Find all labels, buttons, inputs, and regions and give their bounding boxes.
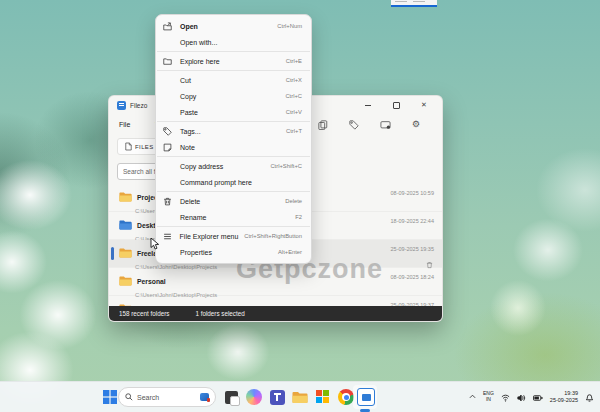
folder-date: 08-09-2025 18:24 [391, 274, 434, 280]
menu-item-label: Explore here [180, 58, 280, 65]
folder-name: Personal [137, 278, 166, 285]
menu-item-rename[interactable]: RenameF2 [156, 209, 311, 225]
hamburger-icon [163, 232, 180, 241]
menu-item-note[interactable]: Note [156, 139, 311, 155]
trash-icon [163, 197, 180, 206]
menu-item-tags[interactable]: Tags...Ctrl+T [156, 123, 311, 139]
yellow-folder-icon [119, 272, 132, 290]
windows-logo-icon [103, 390, 117, 404]
search-icon [125, 393, 133, 401]
copy-page-icon[interactable] [318, 120, 328, 130]
language-indicator[interactable]: ENG IN [483, 391, 494, 403]
menu-item-properties[interactable]: PropertiesAlt+Enter [156, 244, 311, 260]
menu-item-label: Copy [180, 93, 279, 100]
notifications-bell-icon[interactable] [585, 388, 594, 406]
folder-date: 18-09-2025 22:44 [391, 218, 434, 224]
menu-item-paste[interactable]: PasteCtrl+V [156, 104, 311, 120]
tag-icon[interactable] [349, 120, 359, 130]
menu-separator [157, 191, 310, 192]
task-view-icon [225, 391, 238, 404]
minimize-button[interactable] [362, 100, 374, 110]
note-icon [163, 143, 180, 152]
copilot-button[interactable] [244, 387, 264, 407]
open-icon [163, 22, 180, 31]
menu-item-shortcut: Ctrl+E [286, 58, 302, 64]
filezo-app-icon [117, 101, 126, 110]
menu-item-label: Command prompt here [180, 179, 296, 186]
folder-icon [163, 57, 180, 66]
menu-item-explore-here[interactable]: Explore hereCtrl+E [156, 53, 311, 69]
menu-separator [157, 121, 310, 122]
system-tray: ENG IN 1 [469, 382, 600, 412]
menu-item-label: Tags... [180, 128, 280, 135]
menu-item-shortcut: F2 [295, 214, 302, 220]
teams-icon [270, 390, 285, 405]
menu-item-open-with[interactable]: Open with... [156, 34, 311, 50]
filezo-taskbar-button[interactable] [357, 388, 375, 406]
menu-separator [157, 226, 310, 227]
menu-item-open[interactable]: OpenCtrl+Num [156, 18, 311, 34]
settings-gear-icon[interactable]: ⚙ [412, 120, 420, 129]
menu-item-copy-address[interactable]: Copy addressCtrl+Shift+C [156, 158, 311, 174]
menu-item-shortcut: Ctrl+C [285, 93, 302, 99]
taskbar-search[interactable]: Search [118, 387, 216, 407]
menu-item-label: File Explorer menu [180, 233, 239, 240]
folder-icon [292, 391, 308, 404]
speaker-icon[interactable] [517, 388, 526, 406]
status-recent-folders: 158 recent folders [119, 310, 169, 317]
screen-share-icon[interactable] [380, 120, 391, 130]
tab-files-label: FILES [135, 144, 154, 150]
menu-item-shortcut: Ctrl+T [286, 128, 302, 134]
menu-item-label: Copy address [180, 163, 264, 170]
menu-item-shortcut: Ctrl+Shift+C [270, 163, 302, 169]
menu-separator [157, 156, 310, 157]
status-selected: 1 folders selected [195, 310, 244, 317]
tray-date: 25-09-2025 [550, 397, 578, 404]
screen-recorder-toolbar[interactable] [391, 0, 437, 7]
active-app-indicator [360, 409, 370, 412]
tag-icon [163, 127, 180, 136]
context-menu: OpenCtrl+NumOpen with...Explore hereCtrl… [155, 14, 312, 264]
menu-item-shortcut: Ctrl+Shift+RightButton [244, 233, 302, 239]
menu-item-cut[interactable]: CutCtrl+X [156, 72, 311, 88]
chrome-icon [338, 389, 354, 405]
maximize-button[interactable] [390, 100, 402, 110]
menu-item-shortcut: Ctrl+X [286, 77, 302, 83]
tray-clock[interactable]: 19:39 25-09-2025 [550, 390, 578, 403]
wifi-icon[interactable] [501, 388, 510, 406]
microsoft-store-button[interactable] [313, 387, 333, 407]
menu-item-file-explorer-menu[interactable]: File Explorer menuCtrl+Shift+RightButton [156, 228, 311, 244]
yellow-folder-icon [119, 188, 132, 206]
tray-time: 19:39 [564, 390, 578, 397]
menu-item-copy[interactable]: CopyCtrl+C [156, 88, 311, 104]
window-title: Filezo [130, 102, 147, 109]
search-highlight-icon [200, 393, 209, 401]
battery-icon[interactable] [533, 388, 543, 406]
recorder-dash-icon [395, 1, 407, 2]
menu-separator [157, 70, 310, 71]
recorder-dash-icon [413, 1, 425, 2]
menu-item-shortcut: Delete [285, 198, 302, 204]
folder-date: 08-09-2025 10:59 [391, 190, 434, 196]
status-bar: 158 recent folders 1 folders selected [109, 306, 442, 321]
menu-item-label: Cut [180, 77, 280, 84]
menu-item-label: Note [180, 144, 296, 151]
teams-button[interactable] [267, 387, 287, 407]
tray-chevron-up-icon[interactable] [469, 394, 476, 400]
menu-item-delete[interactable]: DeleteDelete [156, 193, 311, 209]
desktop: Filezo ✕ File View [0, 0, 600, 412]
taskbar-search-label: Search [137, 394, 196, 401]
task-view-button[interactable] [221, 387, 241, 407]
taskbar: Search ENG IN [0, 381, 600, 412]
menu-item-command-prompt-here[interactable]: Command prompt here [156, 174, 311, 190]
mouse-cursor [150, 238, 160, 250]
menu-file[interactable]: File [119, 121, 130, 128]
start-button[interactable] [100, 387, 120, 407]
menu-item-label: Properties [180, 249, 272, 256]
close-button[interactable]: ✕ [418, 100, 430, 110]
folder-row-head-office[interactable]: Head Office25-09-2025 19:37 [109, 296, 442, 306]
document-icon [125, 142, 132, 151]
menu-separator [157, 51, 310, 52]
file-explorer-button[interactable] [290, 387, 310, 407]
menu-item-label: Delete [180, 198, 279, 205]
